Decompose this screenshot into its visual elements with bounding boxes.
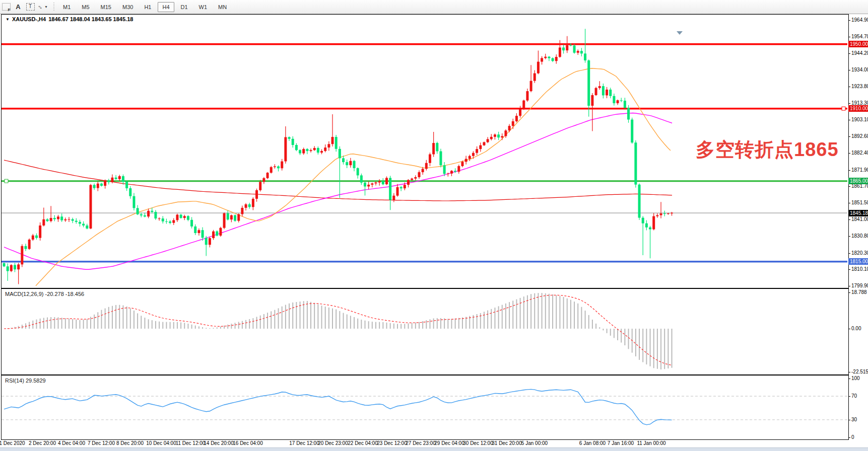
price-tick: 1871.90 bbox=[851, 167, 868, 173]
main-chart-pane[interactable]: ▼ XAUUSD-,H4 1846.67 1848.04 1843.65 184… bbox=[1, 14, 849, 288]
time-label: 17 Dec 12:00 bbox=[289, 440, 319, 446]
dropdown-caret-icon[interactable]: ▾ bbox=[45, 5, 47, 9]
time-label: 5 Jan 00:00 bbox=[521, 440, 548, 446]
tf-button-D1[interactable]: D1 bbox=[176, 2, 192, 12]
price-tick: 1934.00 bbox=[851, 67, 868, 72]
rsi-pane[interactable]: RSI(14) 29.5829 bbox=[1, 375, 849, 440]
tf-button-M1[interactable]: M1 bbox=[58, 2, 75, 12]
rsi-tick: 70 bbox=[851, 393, 857, 399]
symbol-info: ▼ XAUUSD-,H4 1846.67 1848.04 1843.65 184… bbox=[6, 16, 133, 22]
price-tick: 1903.10 bbox=[851, 117, 868, 122]
time-label: 31 Dec 20:00 bbox=[492, 440, 522, 446]
ma-orange bbox=[36, 68, 671, 286]
candles-group bbox=[3, 29, 674, 284]
tf-button-MN[interactable]: MN bbox=[214, 2, 231, 12]
text-box-icon[interactable]: T bbox=[25, 2, 36, 12]
tf-button-W1[interactable]: W1 bbox=[194, 2, 212, 12]
price-tick: 1954.70 bbox=[851, 34, 868, 39]
axis-tick bbox=[848, 379, 850, 379]
toolbar-grip[interactable] bbox=[53, 3, 54, 12]
macd-canvas[interactable] bbox=[2, 289, 847, 373]
time-label: 11 Dec 12:00 bbox=[176, 440, 206, 446]
time-label: 4 Dec 04:00 bbox=[58, 440, 85, 446]
time-label: 14 Dec 20:00 bbox=[204, 440, 234, 446]
symbol-caret-icon[interactable]: ▼ bbox=[6, 17, 10, 22]
price-badge-1910.00: 1910.00 bbox=[848, 105, 868, 112]
axis-tick bbox=[848, 219, 850, 220]
price-tick: 1964.90 bbox=[851, 17, 868, 23]
macd-signal-line bbox=[4, 295, 672, 365]
axis-tick bbox=[848, 170, 850, 171]
macd-pane[interactable]: MACD(12,26,9) -20.278 -18.456 bbox=[1, 288, 849, 375]
tf-button-M5[interactable]: M5 bbox=[77, 2, 94, 12]
axis-tick bbox=[848, 329, 850, 329]
time-label: 1 Dec 2020 bbox=[0, 440, 25, 446]
time-axis[interactable]: 1 Dec 20202 Dec 20:004 Dec 04:007 Dec 12… bbox=[0, 440, 868, 447]
price-tick: 1820.30 bbox=[851, 250, 868, 256]
tf-button-M30[interactable]: M30 bbox=[118, 2, 138, 12]
time-label: 16 Dec 04:00 bbox=[233, 440, 263, 446]
axis-tick bbox=[848, 372, 850, 372]
scroll-to-end-icon[interactable] bbox=[677, 31, 683, 35]
hline-handle[interactable] bbox=[842, 107, 845, 110]
text-label-icon[interactable]: A bbox=[13, 2, 24, 12]
axis-tick bbox=[848, 286, 850, 286]
rsi-line bbox=[4, 389, 672, 425]
macd-label: MACD(12,26,9) -20.278 -18.456 bbox=[5, 291, 84, 297]
price-tick: 1841.00 bbox=[851, 216, 868, 222]
price-tick: 1882.40 bbox=[851, 150, 868, 156]
indicators-f-icon[interactable]: F bbox=[1, 2, 12, 12]
time-label: 23 Dec 12:00 bbox=[377, 440, 407, 446]
chart-annotation-text[interactable]: 多空转折点1865 bbox=[696, 137, 839, 163]
axis-tick bbox=[848, 203, 850, 203]
time-label: 8 Dec 20:00 bbox=[116, 440, 144, 446]
toolbar: F A T ⇔▾ M1M5M15M30H1H4D1W1MN bbox=[0, 0, 868, 14]
axis-tick bbox=[848, 396, 850, 397]
axis-tick bbox=[848, 292, 850, 293]
price-badge-1865.00: 1865.00 bbox=[848, 178, 868, 184]
axis-tick bbox=[848, 20, 850, 21]
price-axis[interactable]: 1964.901954.701944.201934.001923.801913.… bbox=[848, 14, 868, 439]
time-label: 27 Dec 23:00 bbox=[406, 440, 436, 446]
time-label: 6 Jan 08:00 bbox=[579, 440, 606, 446]
axis-tick bbox=[848, 437, 850, 438]
rsi-canvas[interactable] bbox=[2, 375, 847, 438]
time-label: 29 Dec 04:00 bbox=[434, 440, 464, 446]
macd-tick: -22.515 bbox=[851, 369, 868, 374]
price-badge-1845.18: 1845.18 bbox=[848, 210, 868, 216]
ma-magenta bbox=[4, 113, 672, 270]
time-label: 22 Dec 04:00 bbox=[348, 440, 378, 446]
arrows-tool-icon[interactable]: ⇔▾ bbox=[37, 2, 48, 12]
axis-tick bbox=[848, 120, 850, 120]
axis-tick bbox=[848, 103, 850, 104]
axis-tick bbox=[848, 87, 850, 87]
mt4-window: F A T ⇔▾ M1M5M15M30H1H4D1W1MN ▼ XAUUSD-,… bbox=[0, 0, 868, 451]
axis-tick bbox=[848, 53, 850, 54]
time-label: 2 Dec 20:00 bbox=[29, 440, 56, 446]
axis-tick bbox=[848, 70, 850, 70]
axis-tick bbox=[848, 37, 850, 37]
axis-tick bbox=[848, 420, 850, 420]
axis-tick bbox=[848, 253, 850, 254]
time-label: 7 Jan 16:00 bbox=[608, 440, 634, 446]
price-tick: 1944.20 bbox=[851, 50, 868, 56]
rsi-tick: 100 bbox=[851, 375, 860, 381]
axis-tick bbox=[848, 136, 850, 137]
status-bar bbox=[0, 447, 868, 451]
hline-handle[interactable] bbox=[5, 179, 8, 183]
axis-tick bbox=[848, 186, 850, 187]
macd-histogram bbox=[4, 293, 672, 369]
tf-button-H1[interactable]: H1 bbox=[140, 2, 156, 12]
timeframe-buttons: M1M5M15M30H1H4D1W1MN bbox=[57, 2, 232, 12]
price-badge-1815.00: 1815.00 bbox=[848, 258, 868, 265]
tf-button-M15[interactable]: M15 bbox=[96, 2, 116, 12]
price-tick: 1799.90 bbox=[851, 283, 868, 288]
price-tick: 1923.80 bbox=[851, 84, 868, 89]
price-tick: 1830.80 bbox=[851, 233, 868, 239]
rsi-label: RSI(14) 29.5829 bbox=[5, 378, 46, 384]
axis-tick bbox=[848, 269, 850, 270]
price-tick: 1810.10 bbox=[851, 266, 868, 272]
axis-tick bbox=[848, 236, 850, 237]
tf-button-H4[interactable]: H4 bbox=[158, 2, 174, 12]
axis-tick bbox=[848, 153, 850, 154]
